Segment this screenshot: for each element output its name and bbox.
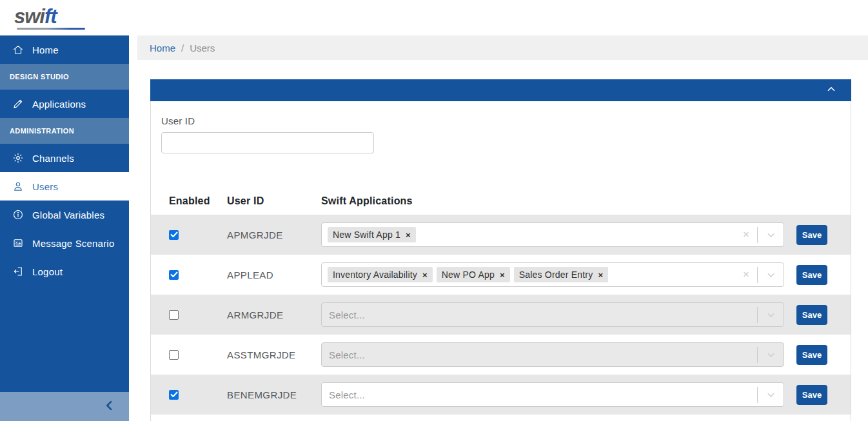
sidebar-item-applications[interactable]: Applications: [0, 90, 129, 118]
user-id-label: User ID: [161, 115, 851, 126]
sidebar: HomeDESIGN STUDIOApplicationsADMINISTRAT…: [0, 35, 129, 421]
table-header: Enabled User ID Swift Applications: [151, 195, 851, 215]
clear-selection-icon[interactable]: ×: [735, 268, 757, 281]
chevron-down-icon[interactable]: [758, 230, 784, 240]
sidebar-collapse-button[interactable]: [0, 392, 129, 421]
enabled-checkbox[interactable]: [169, 310, 179, 320]
user-id-cell: APMGRJDE: [227, 230, 321, 240]
logo-underline: [17, 28, 85, 30]
sidebar-item-label: Home: [32, 44, 59, 55]
logout-icon: [12, 266, 24, 277]
chevron-down-icon[interactable]: [758, 349, 784, 360]
header-user-id: User ID: [227, 195, 321, 207]
chevron-down-icon[interactable]: [758, 389, 784, 400]
top-bar: swift: [0, 0, 868, 35]
sidebar-item-logout[interactable]: Logout: [0, 257, 129, 286]
chevron-down-icon[interactable]: [758, 269, 784, 280]
breadcrumb-separator: /: [181, 43, 184, 54]
remove-tag-icon[interactable]: ×: [500, 270, 505, 280]
sidebar-item-label: Logout: [32, 266, 63, 277]
table-row: APMGRJDENew Swift App 1××Save: [151, 215, 851, 255]
users-panel: User ID Enabled User ID Swift Applicatio…: [150, 79, 851, 421]
applications-select[interactable]: Inventory Availability×New PO App×Sales …: [321, 262, 784, 287]
application-tag: Inventory Availability×: [328, 267, 433, 282]
save-button[interactable]: Save: [796, 225, 827, 245]
main-content: Home / Users User ID Enabled User ID Swi…: [129, 35, 868, 421]
applications-select[interactable]: Select...: [321, 382, 784, 407]
user-id-cell: ARMGRJDE: [227, 309, 321, 320]
chevron-down-icon[interactable]: [758, 309, 784, 320]
sidebar-item-message-scenario[interactable]: Message Scenario: [0, 229, 129, 257]
sidebar-item-label: Global Variables: [32, 210, 104, 220]
application-tag: Sales Order Entry×: [514, 267, 608, 282]
user-id-cell: APPLEAD: [227, 269, 321, 280]
clear-selection-icon[interactable]: ×: [735, 228, 757, 241]
remove-tag-icon[interactable]: ×: [422, 270, 428, 280]
logo-text-gray: swi: [14, 5, 44, 28]
pencil-icon: [12, 98, 24, 110]
enabled-checkbox[interactable]: [169, 390, 179, 400]
sidebar-section-design-studio: DESIGN STUDIO: [0, 64, 129, 90]
sidebar-section-administration: ADMINISTRATION: [0, 118, 129, 144]
home-icon: [12, 44, 24, 55]
info-icon: [12, 209, 24, 220]
breadcrumb: Home / Users: [137, 35, 868, 60]
application-tag: New Swift App 1×: [328, 227, 416, 242]
filter-section: User ID: [151, 101, 851, 153]
save-button[interactable]: Save: [796, 385, 827, 405]
application-tag: New PO App×: [437, 267, 510, 282]
enabled-checkbox[interactable]: [169, 230, 179, 240]
sidebar-item-label: Applications: [32, 99, 86, 110]
header-swift-applications: Swift Applications: [321, 195, 851, 207]
filter-panel-header[interactable]: [150, 79, 851, 101]
enabled-checkbox[interactable]: [169, 270, 179, 280]
logo-text-blue: ft: [44, 5, 57, 28]
remove-tag-icon[interactable]: ×: [598, 270, 603, 280]
sidebar-item-label: Users: [32, 181, 58, 192]
chevron-left-icon: [103, 399, 116, 415]
scenario-icon: [12, 237, 24, 249]
swift-logo: swift: [14, 6, 85, 30]
gear-icon: [12, 152, 24, 164]
sidebar-item-home[interactable]: Home: [0, 35, 129, 64]
enabled-checkbox[interactable]: [169, 350, 179, 360]
sidebar-item-global-variables[interactable]: Global Variables: [0, 201, 129, 229]
save-button[interactable]: Save: [796, 265, 827, 285]
user-id-cell: BENEMGRJDE: [227, 389, 321, 400]
table-row: ASSTMGRJDESelect...Save: [151, 335, 851, 375]
applications-select[interactable]: Select...: [321, 342, 784, 367]
applications-select[interactable]: Select...: [321, 302, 784, 327]
breadcrumb-current: Users: [190, 43, 215, 54]
table-row: BENEMGRJDESelect...Save: [151, 375, 851, 415]
applications-select[interactable]: New Swift App 1××: [321, 222, 784, 247]
select-placeholder: Select...: [328, 349, 365, 360]
user-id-input[interactable]: [161, 132, 374, 153]
chevron-up-icon[interactable]: [825, 83, 837, 97]
sidebar-item-label: Message Scenario: [32, 238, 114, 249]
panel-body: User ID Enabled User ID Swift Applicatio…: [150, 101, 851, 421]
users-table: APMGRJDENew Swift App 1××SaveAPPLEADInve…: [151, 215, 851, 415]
user-icon: [12, 181, 24, 192]
user-id-cell: ASSTMGRJDE: [227, 349, 321, 360]
select-placeholder: Select...: [328, 389, 365, 400]
save-button[interactable]: Save: [796, 345, 827, 365]
table-row: ARMGRJDESelect...Save: [151, 295, 851, 335]
save-button[interactable]: Save: [796, 305, 827, 325]
breadcrumb-home-link[interactable]: Home: [150, 43, 175, 54]
sidebar-item-channels[interactable]: Channels: [0, 144, 129, 172]
sidebar-item-users[interactable]: Users: [0, 172, 129, 201]
select-placeholder: Select...: [328, 309, 365, 320]
remove-tag-icon[interactable]: ×: [406, 230, 411, 240]
table-row: APPLEADInventory Availability×New PO App…: [151, 255, 851, 295]
sidebar-item-label: Channels: [32, 153, 74, 164]
header-enabled: Enabled: [169, 195, 227, 207]
